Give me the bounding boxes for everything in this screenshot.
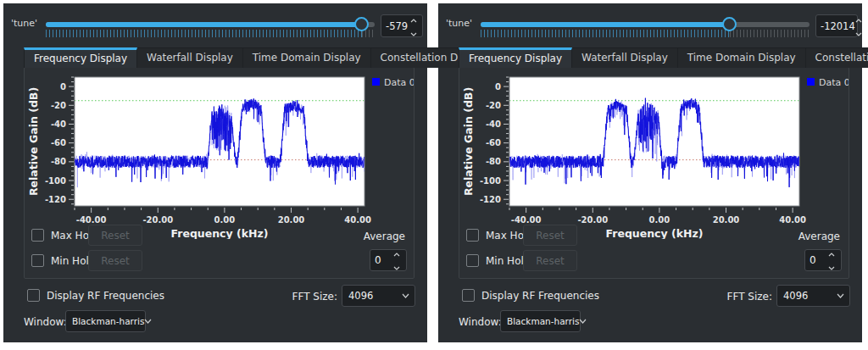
svg-text:-80: -80: [51, 157, 66, 166]
fft-display-window: 'tune' -12014 Frequency Display Waterfal…: [438, 3, 862, 342]
svg-text:-40.00: -40.00: [511, 215, 542, 225]
svg-text:-20: -20: [51, 101, 66, 110]
tune-slider-track[interactable]: [481, 22, 810, 27]
min-hold-checkbox[interactable]: [466, 254, 479, 267]
tune-spinbox-value[interactable]: -12014: [816, 20, 855, 32]
svg-text:-120: -120: [480, 195, 501, 204]
svg-text:-120: -120: [45, 195, 66, 204]
svg-text:-20.00: -20.00: [577, 215, 608, 225]
fft-size-label: FFT Size:: [292, 291, 337, 303]
spin-down-button[interactable]: [828, 261, 835, 273]
tab-waterfall-display[interactable]: Waterfall Display: [572, 47, 678, 68]
tune-slider-handle[interactable]: [722, 17, 737, 31]
svg-text:-40.00: -40.00: [76, 215, 107, 225]
tune-slider-fill: [46, 22, 362, 27]
svg-text:-20: -20: [486, 101, 501, 110]
svg-text:40.00: 40.00: [779, 215, 806, 225]
svg-text:20.00: 20.00: [713, 215, 740, 225]
display-rf-checkbox[interactable]: [462, 289, 475, 302]
svg-text:-100: -100: [45, 176, 66, 186]
max-hold-reset-button[interactable]: Reset: [88, 225, 142, 246]
chevron-down-icon: [579, 319, 592, 324]
tune-slider-track[interactable]: [46, 22, 375, 27]
min-hold-reset-button[interactable]: Reset: [88, 250, 142, 271]
svg-text:-60: -60: [486, 138, 501, 147]
svg-text:Data 0: Data 0: [384, 77, 414, 88]
tab-bar: Frequency Display Waterfall Display Time…: [24, 47, 498, 68]
display-rf-label: Display RF Frequencies: [47, 290, 164, 302]
average-spinbox[interactable]: 0: [370, 249, 407, 271]
spin-up-button[interactable]: [393, 247, 400, 259]
window-value: Blackman-harris: [66, 316, 144, 326]
fft-size-label: FFT Size:: [727, 291, 772, 303]
svg-text:-100: -100: [480, 176, 501, 186]
tab-time-domain-display[interactable]: Time Domain Display: [243, 47, 371, 68]
frequency-plot-canvas[interactable]: -40.00-20.000.0020.0040.00Frequency (kHz…: [460, 69, 849, 239]
frequency-plot-canvas[interactable]: -40.00-20.000.0020.0040.00Frequency (kHz…: [25, 69, 414, 239]
average-spinbox-value[interactable]: 0: [805, 254, 826, 266]
window-value: Blackman-harris: [501, 316, 579, 326]
spin-up-button[interactable]: [855, 14, 862, 25]
max-hold-checkbox[interactable]: [466, 229, 479, 242]
tune-slider-tickmarks: [481, 30, 810, 37]
display-rf-row: Display RF Frequencies: [462, 289, 599, 302]
svg-text:Data 0: Data 0: [819, 77, 849, 88]
spin-down-button[interactable]: [393, 261, 400, 273]
average-spinbox-value[interactable]: 0: [370, 254, 391, 266]
tab-frequency-display[interactable]: Frequency Display: [24, 47, 137, 68]
tab-waterfall-display[interactable]: Waterfall Display: [137, 47, 243, 68]
svg-text:20.00: 20.00: [278, 215, 305, 225]
spin-up-button[interactable]: [410, 14, 417, 25]
tune-slider[interactable]: [46, 17, 375, 41]
svg-text:-60: -60: [51, 138, 66, 147]
max-hold-checkbox[interactable]: [31, 229, 44, 242]
chevron-down-icon: [402, 293, 415, 298]
svg-text:Relative Gain (dB): Relative Gain (dB): [27, 87, 40, 196]
display-rf-checkbox[interactable]: [27, 289, 40, 302]
svg-text:-80: -80: [486, 157, 501, 166]
svg-text:-20.00: -20.00: [142, 215, 173, 225]
min-hold-row: Min Hold: [466, 254, 530, 267]
svg-text:-40: -40: [486, 119, 501, 129]
tune-label: 'tune': [11, 18, 37, 29]
tune-slider-fill: [481, 22, 730, 27]
window-dropdown[interactable]: Blackman-harris: [500, 310, 581, 332]
spin-up-button[interactable]: [828, 247, 835, 259]
window-label: Window:: [24, 316, 67, 328]
chevron-down-icon: [144, 319, 157, 324]
svg-text:0.00: 0.00: [649, 215, 670, 225]
fft-display-window: 'tune' -579 Frequency Display Waterfall …: [3, 3, 427, 342]
min-hold-row: Min Hold: [31, 254, 95, 267]
min-hold-checkbox[interactable]: [31, 254, 44, 267]
tune-slider[interactable]: [481, 17, 810, 41]
window-label: Window:: [459, 316, 502, 328]
average-spinbox[interactable]: 0: [804, 249, 842, 271]
chevron-down-icon: [837, 293, 849, 298]
spin-down-button[interactable]: [410, 27, 417, 39]
tune-slider-handle[interactable]: [354, 17, 369, 31]
svg-text:-40: -40: [51, 119, 66, 129]
tab-time-domain-display[interactable]: Time Domain Display: [678, 47, 806, 68]
window-dropdown[interactable]: Blackman-harris: [65, 310, 146, 332]
fft-size-dropdown[interactable]: 4096: [776, 285, 850, 307]
svg-text:40.00: 40.00: [344, 215, 371, 225]
tab-constellation-display[interactable]: Constellation Display: [806, 47, 868, 68]
fft-size-dropdown[interactable]: 4096: [342, 285, 415, 307]
max-hold-reset-button[interactable]: Reset: [523, 225, 577, 246]
fft-size-value: 4096: [342, 290, 402, 302]
display-rf-label: Display RF Frequencies: [481, 290, 599, 302]
display-rf-row: Display RF Frequencies: [27, 289, 164, 302]
average-label: Average: [798, 231, 840, 242]
svg-text:Frequency (kHz): Frequency (kHz): [606, 227, 704, 239]
tune-spinbox[interactable]: -12014: [815, 14, 858, 37]
tune-slider-tickmarks: [46, 30, 375, 37]
min-hold-reset-button[interactable]: Reset: [523, 250, 577, 271]
tune-spinbox-value[interactable]: -579: [381, 20, 408, 32]
spin-down-button[interactable]: [855, 27, 862, 39]
svg-text:Relative Gain (dB): Relative Gain (dB): [462, 87, 475, 196]
tune-spinbox[interactable]: -579: [381, 14, 423, 37]
average-label: Average: [364, 231, 405, 242]
svg-text:0: 0: [495, 82, 501, 92]
tab-frequency-display[interactable]: Frequency Display: [459, 47, 572, 68]
svg-text:0.00: 0.00: [214, 215, 236, 225]
